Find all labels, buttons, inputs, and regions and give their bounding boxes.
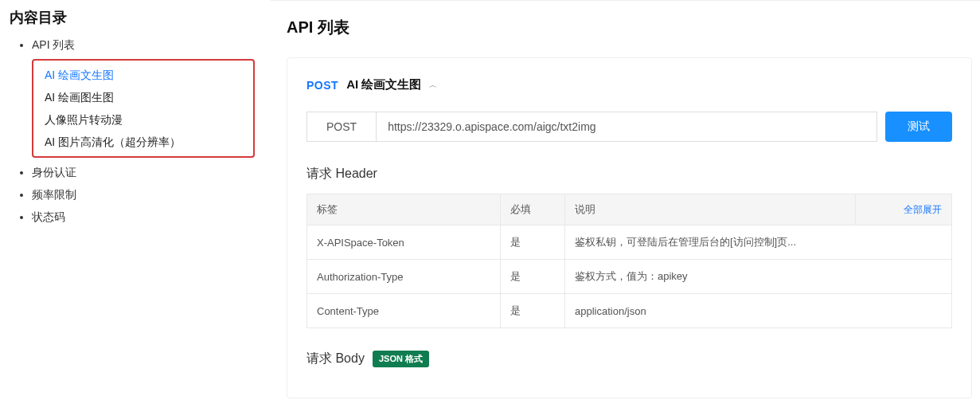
main-content: API 列表 POST AI 绘画文生图 ︿ POST https://2332…: [271, 0, 980, 400]
url-row: POST https://23329.o.apispace.com/aigc/t…: [306, 112, 952, 142]
cell-desc: 鉴权私钥，可登陆后在管理后台的[访问控制]页...: [565, 225, 952, 260]
cell-required: 是: [501, 260, 565, 294]
col-required: 必填: [501, 194, 565, 225]
sidebar-item-label: 人像照片转动漫: [45, 113, 123, 126]
sidebar-item-label: 身份认证: [32, 166, 76, 178]
sidebar-subitem-txt2img[interactable]: AI 绘画文生图: [45, 64, 242, 86]
sidebar-sublist: AI 绘画文生图 AI 绘画图生图 人像照片转动漫 AI 图片高清化（超分辨率）: [32, 59, 255, 158]
sidebar-heading: 内容目录: [8, 8, 255, 27]
cell-label: Authorization-Type: [307, 260, 501, 294]
cell-desc: application/json: [565, 294, 952, 328]
sidebar-item-api-list[interactable]: API 列表 AI 绘画文生图 AI 绘画图生图 人像照片转动漫 AI 图片高清…: [32, 33, 255, 158]
table-row: Authorization-Type 是 鉴权方式，值为：apikey: [307, 260, 952, 294]
sidebar-item-label: 频率限制: [32, 188, 76, 201]
sidebar-item-label: 状态码: [32, 210, 65, 223]
page-title: API 列表: [287, 17, 972, 38]
sidebar-item-label: AI 绘画图生图: [45, 91, 114, 104]
sidebar-item-label: AI 绘画文生图: [45, 69, 114, 81]
api-collapse-header[interactable]: POST AI 绘画文生图 ︿: [306, 77, 952, 92]
sidebar-item-status-codes[interactable]: 状态码: [32, 206, 255, 228]
url-display: https://23329.o.apispace.com/aigc/txt2im…: [376, 112, 877, 142]
sidebar-list: API 列表 AI 绘画文生图 AI 绘画图生图 人像照片转动漫 AI 图片高清…: [8, 33, 255, 228]
sidebar-item-label: API 列表: [32, 38, 75, 51]
cell-required: 是: [501, 225, 565, 260]
col-label: 标签: [307, 194, 501, 225]
cell-label: Content-Type: [307, 294, 501, 328]
request-body-title-text: 请求 Body: [306, 351, 365, 367]
header-table: 标签 必填 说明 全部展开 X-APISpace-Token 是 鉴权私钥，可登…: [306, 194, 952, 328]
sidebar-subitem-portrait-anime[interactable]: 人像照片转动漫: [45, 108, 242, 131]
table-row: Content-Type 是 application/json: [307, 294, 952, 328]
sidebar-item-rate-limit[interactable]: 频率限制: [32, 183, 255, 206]
cell-desc: 鉴权方式，值为：apikey: [565, 260, 952, 294]
api-card: POST AI 绘画文生图 ︿ POST https://23329.o.api…: [287, 57, 972, 398]
table-row: X-APISpace-Token 是 鉴权私钥，可登陆后在管理后台的[访问控制]…: [307, 225, 952, 260]
cell-label: X-APISpace-Token: [307, 225, 501, 260]
sidebar-item-auth[interactable]: 身份认证: [32, 161, 255, 183]
chevron-up-icon: ︿: [429, 80, 437, 91]
api-method-badge: POST: [306, 79, 338, 92]
test-button[interactable]: 测试: [885, 112, 952, 142]
sidebar-item-label: AI 图片高清化（超分辨率）: [45, 135, 181, 148]
request-body-title: 请求 Body JSON 格式: [306, 351, 952, 367]
url-method-label: POST: [306, 112, 376, 142]
api-name: AI 绘画文生图: [346, 77, 421, 92]
cell-required: 是: [501, 294, 565, 328]
col-desc: 说明: [565, 194, 856, 225]
sidebar-subitem-upscale[interactable]: AI 图片高清化（超分辨率）: [45, 131, 242, 153]
expand-all-link[interactable]: 全部展开: [904, 204, 942, 215]
sidebar: 内容目录 API 列表 AI 绘画文生图 AI 绘画图生图 人像照片转动漫 AI…: [0, 0, 271, 400]
json-format-badge: JSON 格式: [373, 351, 429, 367]
sidebar-subitem-img2img[interactable]: AI 绘画图生图: [45, 86, 242, 108]
request-header-title: 请求 Header: [306, 166, 952, 182]
